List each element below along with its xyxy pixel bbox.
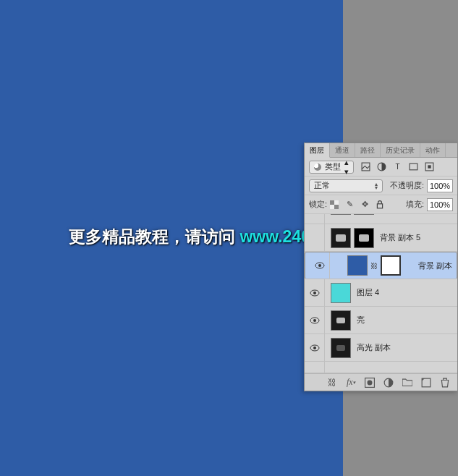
layer-name[interactable]: 图层 4 <box>357 287 379 298</box>
filter-shape-icon[interactable] <box>409 162 418 171</box>
layer-name[interactable]: 背景 副本 <box>418 260 452 271</box>
visibility-toggle[interactable] <box>305 224 325 251</box>
svg-rect-9 <box>377 203 382 208</box>
layer-row[interactable] <box>305 362 457 373</box>
blend-row: 正常 ▴▾ 不透明度: 100% <box>305 177 457 195</box>
add-mask-icon[interactable] <box>365 378 375 388</box>
lock-icons: ✎ ✥ <box>330 200 384 209</box>
layer-fx-icon[interactable]: fx▾ <box>346 378 356 388</box>
search-icon <box>314 163 321 171</box>
layer-name[interactable]: 亮 <box>357 315 365 326</box>
tab-paths[interactable]: 路径 <box>355 143 381 157</box>
layer-row[interactable]: 背景 副本 5 <box>305 224 457 252</box>
layer-name[interactable]: 背景 副本 3 <box>380 214 420 216</box>
chevron-updown-icon: ▴▾ <box>375 182 378 190</box>
svg-rect-4 <box>428 165 431 168</box>
lock-row: 锁定: ✎ ✥ 填充: 100% <box>305 195 457 214</box>
chevron-updown-icon: ▴▾ <box>344 158 349 177</box>
blend-mode-select[interactable]: 正常 ▴▾ <box>309 179 383 192</box>
visibility-toggle[interactable] <box>305 307 325 333</box>
svg-point-17 <box>313 347 316 349</box>
layer-name[interactable]: 背景 副本 5 <box>380 232 420 243</box>
svg-point-15 <box>313 319 316 322</box>
fill-label: 填充: <box>406 199 424 210</box>
lock-label: 锁定: <box>309 199 327 210</box>
svg-rect-2 <box>410 163 417 170</box>
lock-pixels-icon[interactable]: ✎ <box>345 200 354 209</box>
svg-rect-8 <box>330 205 334 209</box>
visibility-toggle[interactable] <box>310 252 330 279</box>
new-layer-icon[interactable] <box>421 378 431 388</box>
svg-rect-6 <box>334 205 339 209</box>
new-group-icon[interactable] <box>402 378 412 388</box>
panel-footer: ⛓ fx▾ <box>305 373 457 391</box>
panel-tabs: 图层 通道 路径 历史记录 动作 <box>305 143 457 158</box>
layer-row[interactable]: 亮 <box>305 307 457 334</box>
delete-layer-icon[interactable] <box>440 378 450 388</box>
svg-rect-21 <box>422 378 431 387</box>
tab-history[interactable]: 历史记录 <box>381 143 420 157</box>
layer-row[interactable]: 背景 副本 3 <box>305 214 457 224</box>
kind-select[interactable]: 类型 ▴▾ <box>309 161 354 174</box>
filter-pixel-icon[interactable] <box>361 162 370 171</box>
fill-input[interactable]: 100% <box>427 198 453 211</box>
tab-layers[interactable]: 图层 <box>305 143 330 158</box>
lock-position-icon[interactable]: ✥ <box>360 200 369 209</box>
layer-thumbnail[interactable] <box>331 338 351 358</box>
kind-label: 类型 <box>325 161 341 172</box>
layer-row[interactable]: 高光 副本 <box>305 334 457 362</box>
lock-all-icon[interactable] <box>376 200 384 209</box>
svg-point-13 <box>313 292 316 294</box>
layer-thumbnail[interactable] <box>331 228 351 248</box>
link-icon[interactable]: ⛓ <box>370 262 378 270</box>
layer-thumbnail[interactable] <box>331 283 351 303</box>
opacity-input[interactable]: 100% <box>427 179 453 192</box>
filter-icons: T <box>361 162 434 171</box>
layer-row[interactable]: ⛓ 背景 副本 <box>305 252 457 279</box>
visibility-toggle[interactable] <box>305 362 325 373</box>
banner-text: 更多精品教程，请访问 <box>69 227 239 246</box>
opacity-label: 不透明度: <box>390 180 424 191</box>
layer-list[interactable]: 背景 副本 3 背景 副本 5 ⛓ 背景 副本 图层 <box>305 214 457 373</box>
filter-row: 类型 ▴▾ T <box>305 158 457 177</box>
layer-thumbnail[interactable] <box>331 310 351 331</box>
layer-thumbnail[interactable] <box>331 214 351 215</box>
filter-type-icon[interactable]: T <box>393 162 402 171</box>
layers-panel: 图层 通道 路径 历史记录 动作 类型 ▴▾ T 正常 ▴▾ 不透明度: 100… <box>304 143 458 391</box>
visibility-toggle[interactable] <box>305 334 325 361</box>
link-layers-icon[interactable]: ⛓ <box>327 378 337 388</box>
layer-name[interactable]: 高光 副本 <box>357 342 391 353</box>
layer-thumbnail[interactable] <box>347 255 368 276</box>
lock-transparent-icon[interactable] <box>330 200 339 209</box>
mask-thumbnail[interactable] <box>354 228 374 248</box>
mask-thumbnail[interactable] <box>354 214 374 215</box>
svg-rect-7 <box>334 200 339 205</box>
svg-rect-5 <box>330 200 334 205</box>
mask-thumbnail[interactable] <box>381 255 401 276</box>
blend-mode-value: 正常 <box>314 180 330 191</box>
visibility-toggle[interactable] <box>305 214 325 224</box>
filter-smart-icon[interactable] <box>425 162 434 171</box>
tab-actions[interactable]: 动作 <box>420 143 446 157</box>
svg-point-19 <box>368 380 373 385</box>
layer-row[interactable]: 图层 4 <box>305 279 457 307</box>
visibility-toggle[interactable] <box>305 279 325 306</box>
svg-point-11 <box>318 264 321 267</box>
filter-adjust-icon[interactable] <box>377 162 386 171</box>
tab-channels[interactable]: 通道 <box>330 143 355 157</box>
new-adjustment-icon[interactable] <box>383 378 394 388</box>
